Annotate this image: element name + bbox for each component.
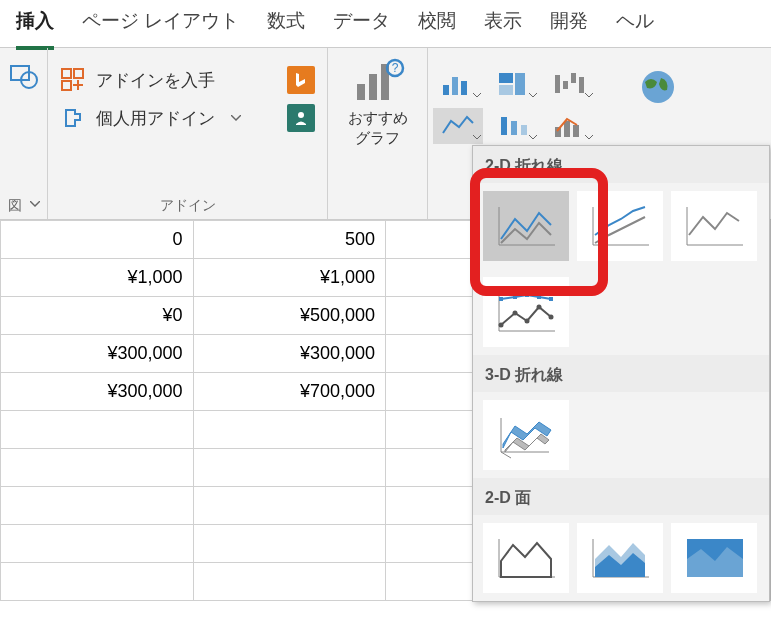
cell[interactable]: ¥500,000: [193, 297, 386, 335]
chart-type-3d-line[interactable]: [483, 400, 569, 470]
cell[interactable]: [193, 411, 386, 449]
svg-point-45: [525, 319, 530, 324]
svg-rect-24: [511, 121, 517, 135]
chart-type-stacked-area[interactable]: [577, 523, 663, 593]
svg-rect-42: [549, 297, 553, 301]
svg-rect-39: [513, 295, 517, 299]
shapes-button[interactable]: [9, 62, 39, 90]
cell[interactable]: 0: [1, 221, 194, 259]
chart-type-100-stacked-line[interactable]: [671, 191, 757, 261]
statistic-chart-button[interactable]: [489, 108, 539, 144]
svg-point-46: [537, 305, 542, 310]
addin-icon: [60, 105, 86, 131]
svg-point-7: [298, 112, 304, 118]
svg-rect-9: [369, 74, 377, 100]
svg-rect-13: [443, 85, 449, 95]
group-illustrations: 図: [0, 48, 48, 219]
section-3d-line: 3-D 折れ線: [473, 355, 769, 392]
svg-rect-8: [357, 84, 365, 100]
svg-rect-4: [62, 81, 71, 90]
cell[interactable]: ¥300,000: [193, 335, 386, 373]
cell[interactable]: [193, 449, 386, 487]
svg-rect-2: [62, 69, 71, 78]
svg-rect-22: [579, 77, 584, 93]
svg-rect-25: [521, 125, 527, 135]
tab-view[interactable]: 表示: [484, 8, 522, 46]
waterfall-chart-button[interactable]: [545, 66, 595, 102]
chevron-down-icon[interactable]: [30, 201, 40, 207]
svg-rect-21: [571, 73, 576, 83]
get-addins-label: アドインを入手: [96, 69, 215, 92]
section-2d-line: 2-D 折れ線: [473, 146, 769, 183]
globe-icon: [637, 66, 679, 108]
svg-rect-40: [525, 293, 529, 297]
chart-type-area[interactable]: [483, 523, 569, 593]
my-addins-label: 個人用アドイン: [96, 107, 215, 130]
svg-line-50: [501, 452, 511, 458]
svg-rect-19: [555, 75, 560, 93]
ribbon-tabs: 挿入 ページ レイアウト 数式 データ 校閲 表示 開発 ヘル: [0, 0, 771, 48]
svg-rect-20: [563, 81, 568, 89]
cell[interactable]: ¥0: [1, 297, 194, 335]
cell[interactable]: [1, 411, 194, 449]
svg-rect-23: [501, 117, 507, 135]
tab-formulas[interactable]: 数式: [267, 8, 305, 46]
svg-rect-16: [499, 73, 513, 83]
svg-rect-18: [499, 85, 513, 95]
svg-text:?: ?: [391, 61, 398, 75]
cell[interactable]: [193, 525, 386, 563]
svg-rect-27: [564, 121, 570, 137]
svg-rect-3: [74, 69, 83, 78]
recommended-charts-button[interactable]: ? おすすめ グラフ: [348, 56, 408, 147]
group-recommended-charts: ? おすすめ グラフ: [328, 48, 428, 219]
bing-icon[interactable]: [287, 66, 315, 94]
my-addins-button[interactable]: 個人用アドイン: [60, 104, 315, 132]
svg-point-47: [549, 315, 554, 320]
cell[interactable]: [1, 563, 194, 601]
svg-rect-14: [452, 77, 458, 95]
cell[interactable]: 500: [193, 221, 386, 259]
svg-rect-28: [573, 125, 579, 137]
svg-rect-17: [515, 73, 525, 95]
cell[interactable]: [193, 563, 386, 601]
cell[interactable]: [1, 449, 194, 487]
cell[interactable]: [1, 525, 194, 563]
cell[interactable]: [1, 487, 194, 525]
map-button[interactable]: [637, 66, 679, 108]
tab-help[interactable]: ヘル: [616, 8, 654, 46]
chart-type-stacked-line[interactable]: [577, 191, 663, 261]
recommended-chart-icon: ?: [351, 56, 405, 104]
cell[interactable]: ¥300,000: [1, 373, 194, 411]
section-2d-area: 2-D 面: [473, 478, 769, 515]
tab-review[interactable]: 校閲: [418, 8, 456, 46]
chevron-down-icon[interactable]: [231, 115, 241, 121]
line-chart-dropdown: 2-D 折れ線 3-D 折れ線 2-D 面: [472, 145, 770, 602]
recommended-charts-label: おすすめ グラフ: [348, 108, 408, 147]
people-graph-icon[interactable]: [287, 104, 315, 132]
store-icon: [60, 67, 86, 93]
chart-type-line-markers[interactable]: [483, 277, 569, 347]
combo-chart-button[interactable]: [545, 108, 595, 144]
svg-rect-15: [461, 81, 467, 95]
chart-type-line[interactable]: [483, 191, 569, 261]
svg-point-44: [513, 311, 518, 316]
group-label-illustrations: 図: [8, 197, 22, 215]
cell[interactable]: [193, 487, 386, 525]
cell[interactable]: ¥1,000: [1, 259, 194, 297]
get-addins-button[interactable]: アドインを入手: [60, 66, 315, 94]
hierarchy-chart-button[interactable]: [489, 66, 539, 102]
tab-developer[interactable]: 開発: [550, 8, 588, 46]
tab-page-layout[interactable]: ページ レイアウト: [82, 8, 239, 46]
chart-type-100-stacked-area[interactable]: [671, 523, 757, 593]
group-label-addins: アドイン: [160, 197, 216, 215]
cell[interactable]: ¥1,000: [193, 259, 386, 297]
tab-data[interactable]: データ: [333, 8, 390, 46]
svg-rect-41: [537, 295, 541, 299]
tab-insert[interactable]: 挿入: [16, 8, 54, 50]
column-chart-button[interactable]: [433, 66, 483, 102]
line-chart-button[interactable]: [433, 108, 483, 144]
svg-point-43: [499, 323, 504, 328]
cell[interactable]: ¥700,000: [193, 373, 386, 411]
svg-rect-38: [499, 297, 503, 301]
cell[interactable]: ¥300,000: [1, 335, 194, 373]
